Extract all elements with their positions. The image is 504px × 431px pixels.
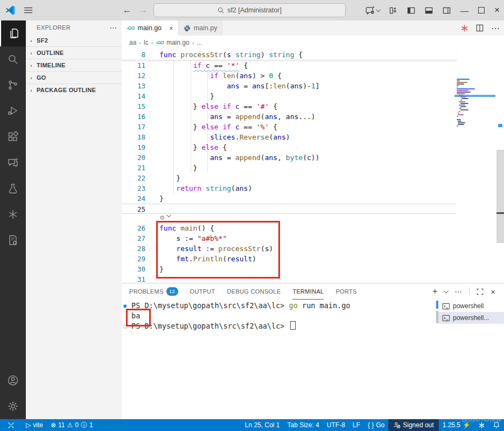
terminal-cursor xyxy=(290,321,296,330)
code-line-14[interactable]: 14 } xyxy=(122,91,457,101)
menu-hamburger-icon[interactable] xyxy=(24,7,32,13)
terminal-output[interactable]: ●PS D:\mysetup\gopath\src\sf2\aa\lc> go … xyxy=(122,301,434,420)
code-line-18[interactable]: 18 slices.Reverse(ans) xyxy=(122,132,457,142)
window-maximize-button[interactable] xyxy=(478,7,485,13)
close-panel-icon[interactable]: × xyxy=(491,287,495,296)
copilot-icon[interactable] xyxy=(366,6,380,15)
chevron-down-icon[interactable] xyxy=(166,213,171,217)
sidebar-section-timeline[interactable]: ›TIMELINE xyxy=(26,59,122,71)
extension-asterisk-icon[interactable] xyxy=(460,24,468,32)
problems-summary[interactable]: ⊗ 11 ⚠ 0 ⓘ 1 xyxy=(47,419,97,431)
encoding[interactable]: UTF-8 xyxy=(323,419,349,431)
toggle-secondary-sidebar-icon[interactable] xyxy=(443,6,451,15)
terminal-list-item[interactable]: powershell xyxy=(438,300,504,312)
breadcrumb-item[interactable]: ... xyxy=(197,39,202,46)
sidebar-section-package-outline[interactable]: ›PACKAGE OUTLINE xyxy=(26,84,122,96)
panel-tab-terminal[interactable]: TERMINAL xyxy=(292,283,324,300)
code-line-26[interactable]: 26func main() { xyxy=(122,223,457,233)
toggle-primary-sidebar-icon[interactable] xyxy=(407,6,415,15)
tab-main-py[interactable]: main.py xyxy=(179,20,223,36)
breadcrumb[interactable]: aa › lc › -GO main.go › ... xyxy=(122,36,504,50)
command-center-search[interactable]: sf2 [Administrator] xyxy=(153,3,346,17)
code-line-25[interactable]: 25 xyxy=(122,204,457,214)
breadcrumb-item[interactable]: lc xyxy=(144,39,149,46)
maximize-panel-icon[interactable] xyxy=(477,288,484,295)
terminal-list-item[interactable]: powershell... xyxy=(438,312,504,324)
breadcrumb-item[interactable]: aa xyxy=(129,39,136,46)
activity-testing-icon[interactable] xyxy=(0,176,26,201)
cursor-position[interactable]: Ln 25, Col 1 xyxy=(241,419,284,431)
panel-more-actions-icon[interactable]: ⋯ xyxy=(454,287,462,296)
customize-layout-icon[interactable] xyxy=(389,6,397,15)
code-line-20[interactable]: 20 ans = append(ans, byte(c)) xyxy=(122,152,457,163)
go-version[interactable]: 1.25.5 ⚡ xyxy=(439,419,474,431)
breadcrumb-item[interactable]: main.go xyxy=(166,39,190,46)
panel-tab-output[interactable]: OUTPUT xyxy=(190,283,215,300)
activity-bar xyxy=(0,20,26,419)
code-line-30[interactable]: 30} xyxy=(122,264,457,274)
editor-more-actions-icon[interactable]: ⋯ xyxy=(491,23,500,33)
code-line-13[interactable]: 13 ans = ans[:len(ans)-1] xyxy=(122,81,457,91)
terminal-dropdown-chevron-icon[interactable] xyxy=(444,289,449,293)
code-line-16[interactable]: 16 ans = append(ans, ans...) xyxy=(122,112,457,122)
split-editor-icon[interactable] xyxy=(476,24,484,32)
activity-explorer-icon[interactable] xyxy=(0,20,27,46)
toggle-panel-icon[interactable] xyxy=(425,6,433,15)
sidebar-section-sf2[interactable]: ›SF2 xyxy=(26,34,122,46)
sidebar-more-actions-icon[interactable]: ⋯ xyxy=(110,23,117,32)
code-line-31[interactable]: 31 xyxy=(122,274,457,283)
code-line-22[interactable]: 22 } xyxy=(122,173,457,183)
extension-swirl-status-icon[interactable] xyxy=(474,419,489,431)
tab-main-go[interactable]: -GO main.go × xyxy=(122,20,179,36)
code-area[interactable]: 8func processStr(s string) string { 11 i… xyxy=(122,50,504,283)
nav-forward-icon[interactable]: → xyxy=(139,5,148,15)
code-line-27[interactable]: 27 s := "a#b%*" xyxy=(122,233,457,244)
code-line-17[interactable]: 17 } else if c == '%' { xyxy=(122,122,457,132)
sidebar-section-go[interactable]: ›GO xyxy=(26,71,122,84)
activity-swirl-extension-icon[interactable] xyxy=(0,201,26,227)
window-minimize-button[interactable]: — xyxy=(460,6,468,15)
minimap[interactable] xyxy=(457,79,494,143)
tab-size[interactable]: Tab Size: 4 xyxy=(283,419,323,431)
code-line-29[interactable]: 29 fmt.Println(result) xyxy=(122,254,457,264)
panel-tab-problems[interactable]: PROBLEMS12 xyxy=(129,283,178,300)
tab-close-icon[interactable]: × xyxy=(169,24,173,32)
code-line-21[interactable]: 21 } xyxy=(122,163,457,173)
run-codelens-widget[interactable]: ⚙ xyxy=(122,214,457,223)
activity-run-debug-icon[interactable] xyxy=(0,98,26,124)
command-decoration-dot[interactable]: ● xyxy=(123,301,127,311)
remote-indicator-icon[interactable] xyxy=(0,419,22,431)
command-decoration-dot[interactable]: ○ xyxy=(123,321,127,331)
notifications-bell-icon[interactable] xyxy=(489,419,504,431)
activity-search-icon[interactable] xyxy=(0,46,26,72)
code-line-15[interactable]: 15 } else if c == '#' { xyxy=(122,101,457,112)
sticky-scroll-line[interactable]: 8func processStr(s string) string { xyxy=(122,50,457,60)
activity-chat-icon[interactable] xyxy=(0,150,26,176)
eol[interactable]: LF xyxy=(349,419,364,431)
task-vite-button[interactable]: ▷ vite xyxy=(22,419,47,431)
nav-back-icon[interactable]: ← xyxy=(123,5,131,15)
code-line-23[interactable]: 23 return string(ans) xyxy=(122,183,457,193)
window-close-button[interactable]: × xyxy=(494,5,500,16)
code-line-28[interactable]: 28 result := processStr(s) xyxy=(122,244,457,254)
signed-out-status[interactable]: Signed out xyxy=(388,419,438,431)
activity-file-settings-extension-icon[interactable] xyxy=(0,227,26,253)
new-terminal-icon[interactable]: + xyxy=(432,287,437,296)
python-file-icon xyxy=(184,25,191,32)
gear-icon[interactable]: ⚙ xyxy=(145,214,165,223)
code-line-19[interactable]: 19 } else { xyxy=(122,142,457,152)
panel-tab-ports[interactable]: PORTS xyxy=(335,283,356,300)
sidebar-section-outline[interactable]: ›OUTLINE xyxy=(26,46,122,59)
code-line-24[interactable]: 24} xyxy=(122,193,457,204)
code-line-11[interactable]: 11 if c == '*' { xyxy=(122,60,457,71)
editor-scrollbar[interactable] xyxy=(496,79,504,283)
activity-source-control-icon[interactable] xyxy=(0,72,26,98)
scrollbar-thumb[interactable] xyxy=(496,150,504,243)
activity-extensions-icon[interactable] xyxy=(0,124,26,150)
braces-icon: { } xyxy=(368,421,374,429)
code-line-12[interactable]: 12 if len(ans) > 0 { xyxy=(122,71,457,81)
activity-settings-gear-icon[interactable] xyxy=(0,393,26,419)
language-mode[interactable]: { } Go xyxy=(364,419,388,431)
panel-tab-debug-console[interactable]: DEBUG CONSOLE xyxy=(227,283,281,300)
activity-accounts-icon[interactable] xyxy=(0,367,26,393)
